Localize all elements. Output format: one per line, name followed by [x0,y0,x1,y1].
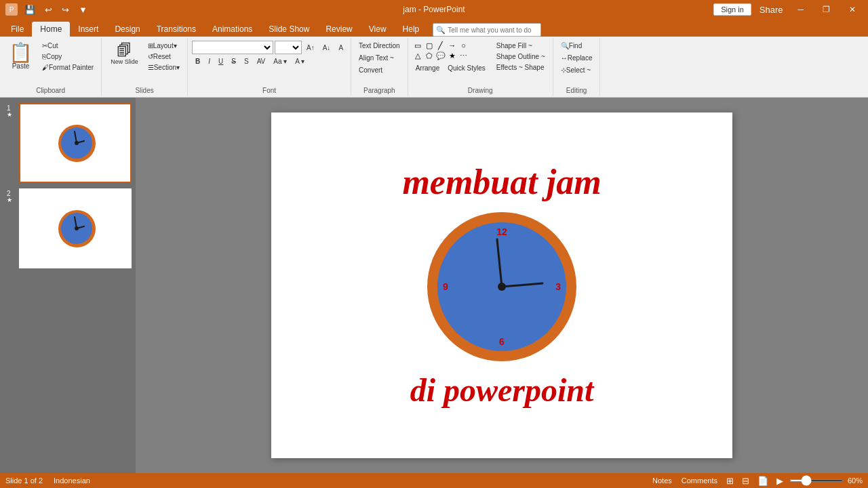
section-button[interactable]: ☰ Section ▾ [144,62,183,73]
slides-content: 🗐 New Slide ⊞ Layout ▾ ↺ Reset ☰ Section… [106,39,183,85]
slide-content: membuat jam 12 3 6 9 [271,113,732,458]
window-title: jam - PowerPoint [403,5,465,14]
font-color-button[interactable]: A ▾ [292,56,308,66]
slide-1-canvas [23,107,130,179]
slideshow-view-button[interactable]: ▶ [774,475,785,487]
customize-qat-button[interactable]: ▼ [76,3,90,16]
shape-pentagon[interactable]: ⬠ [424,51,435,60]
shape-triangle[interactable]: △ [412,51,423,60]
find-button[interactable]: 🔍 Find [557,41,585,51]
underline-button[interactable]: U [215,56,226,66]
new-slide-icon: 🗐 [117,43,132,58]
share-button[interactable]: Share [757,3,786,16]
tab-insert[interactable]: Insert [70,22,106,37]
quick-styles-button[interactable]: Quick Styles [444,62,489,74]
svg-line-7 [502,283,542,287]
close-button[interactable]: ✕ [842,0,863,19]
select-button[interactable]: ⊹ Select ~ [557,65,594,75]
shape-star[interactable]: ★ [447,51,458,60]
status-bar: Slide 1 of 2 Indonesian Notes Comments ⊞… [0,473,868,488]
undo-button[interactable]: ↩ [42,3,55,16]
italic-button[interactable]: I [205,56,214,66]
slide-sorter-button[interactable]: ⊟ [740,475,751,487]
slide-title: membuat jam [402,162,601,202]
slide-panel: 1 ★ 2 [0,98,136,473]
restore-button[interactable]: ❐ [816,0,837,19]
tab-view[interactable]: View [361,22,395,37]
slide-2-thumb[interactable] [19,188,132,268]
zoom-slider[interactable] [789,479,844,482]
redo-button[interactable]: ↪ [59,3,72,16]
drawing-label: Drawing [465,85,496,94]
title-bar-right: Sign in Share ─ ❐ ✕ [713,0,863,19]
shape-circle[interactable]: ○ [458,41,469,50]
format-painter-button[interactable]: 🖌 Format Painter [39,62,97,73]
clock-inner: 12 3 6 9 [437,222,566,351]
shape-rounded-rect[interactable]: ▢ [424,41,435,50]
minimize-button[interactable]: ─ [791,0,810,19]
text-direction-button[interactable]: Text Direction [355,41,403,51]
bold-button[interactable]: B [192,56,203,66]
tab-help[interactable]: Help [395,22,428,37]
main-area: 1 ★ 2 [0,98,868,473]
tab-home[interactable]: Home [32,22,70,37]
status-bar-left: Slide 1 of 2 Indonesian [5,476,90,485]
cut-button[interactable]: ✂ Cut [39,41,97,51]
comments-button[interactable]: Comments [679,476,720,485]
convert-button[interactable]: Convert [355,65,386,75]
zoom-value: 60% [848,476,863,485]
decrease-font-button[interactable]: A↓ [319,43,334,53]
slides-label: Slides [132,85,156,94]
reset-button[interactable]: ↺ Reset [144,52,183,62]
new-slide-button[interactable]: 🗐 New Slide [106,41,143,68]
shape-effects-button[interactable]: Effects ~ Shape [493,62,549,73]
slide-1-thumb[interactable] [19,103,132,183]
tab-transitions[interactable]: Transitions [149,22,204,37]
font-case-button[interactable]: Aa ▾ [270,56,290,66]
shadow-button[interactable]: S [241,56,252,66]
layout-button[interactable]: ⊞ Layout ▾ [144,41,183,51]
thumb-1-clock-svg [61,127,92,159]
shape-fill-button[interactable]: Shape Fill ~ [493,41,549,51]
clipboard-content: 📋 Paste ✂ Cut ⎘ Copy 🖌 Format Painter [4,39,97,85]
paste-button[interactable]: 📋 Paste [4,41,37,73]
tab-file[interactable]: File [3,22,32,37]
search-box[interactable]: 🔍 [433,23,541,37]
font-size-select[interactable] [275,41,302,54]
tab-design[interactable]: Design [106,22,148,37]
arrange-button[interactable]: Arrange [412,62,443,74]
shape-more[interactable]: ⋯ [458,51,469,60]
strikethrough-button[interactable]: S [228,56,239,66]
shape-line[interactable]: ╱ [435,41,446,50]
para-row1: Text Direction [355,41,403,51]
search-input[interactable] [448,26,538,34]
shape-rect[interactable]: ▭ [412,41,423,50]
save-button[interactable]: 💾 [22,3,38,16]
shape-callout[interactable]: 💬 [435,51,446,60]
status-bar-right: Notes Comments ⊞ ⊟ 📄 ▶ 60% [650,475,863,487]
copy-button[interactable]: ⎘ Copy [39,52,97,62]
sign-in-button[interactable]: Sign in [713,3,751,16]
normal-view-button[interactable]: ⊞ [724,475,736,487]
notes-button[interactable]: Notes [650,476,675,485]
editing-label: Editing [564,85,590,94]
reading-view-button[interactable]: 📄 [755,475,770,487]
shape-outline-button[interactable]: Shape Outline ~ [493,52,549,62]
slide-view: membuat jam 12 3 6 9 [136,98,868,473]
shape-arrow[interactable]: → [447,41,458,50]
font-name-select[interactable] [192,41,273,54]
ribbon: 📋 Paste ✂ Cut ⎘ Copy 🖌 Format Painter Cl… [0,37,868,98]
tab-review[interactable]: Review [317,22,360,37]
paragraph-label: Paragraph [361,85,398,94]
clear-format-button[interactable]: A [335,43,347,53]
paste-icon: 📋 [9,43,33,62]
font-row2: B I U S S AV Aa ▾ A ▾ [192,56,308,66]
tab-slideshow[interactable]: Slide Show [260,22,317,37]
drawing-options-col: Shape Fill ~ Shape Outline ~ Effects ~ S… [493,41,549,73]
charspace-button[interactable]: AV [254,56,269,66]
replace-button[interactable]: ↔ Replace [557,53,596,63]
clock-hands-svg [437,222,566,351]
tab-animations[interactable]: Animations [204,22,260,37]
align-text-button[interactable]: Align Text ~ [355,53,397,63]
increase-font-button[interactable]: A↑ [303,43,318,53]
